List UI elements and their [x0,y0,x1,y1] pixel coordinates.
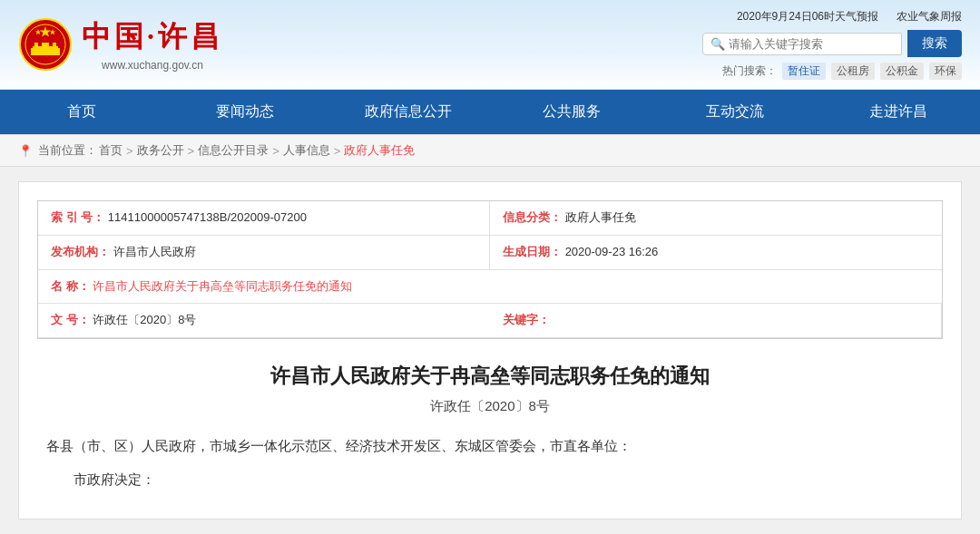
doc-title-section: 许昌市人民政府关于冉高垒等同志职务任免的通知 许政任〔2020〕8号 [37,361,943,415]
doc-title: 许昌市人民政府关于冉高垒等同志职务任免的通知 [37,361,943,391]
site-title: 中国·许昌 [82,17,223,57]
category-value: 政府人事任免 [565,210,636,224]
keywords-label: 关键字： [503,313,550,326]
breadcrumb-sep-3: > [272,144,279,158]
issuer-value: 许昌市人民政府 [113,245,196,258]
breadcrumb-current[interactable]: 政府人事任免 [344,142,415,159]
category-cell: 信息分类： 政府人事任免 [490,201,942,236]
doc-body: 各县（市、区）人民政府，市城乡一体化示范区、经济技术开发区、东城区管委会，市直各… [37,433,943,491]
hot-tag-1[interactable]: 公租房 [831,63,875,80]
location-icon: 📍 [18,144,33,158]
docnum-cell: 文 号： 许政任〔2020〕8号 [38,304,490,338]
weather-links: 2020年9月24日06时天气预报 农业气象周报 [737,9,962,24]
logo-text-area: 中国·许昌 www.xuchang.gov.cn [82,17,223,72]
keywords-cell: 关键字： [490,304,942,338]
reference-cell: 索 引 号： 11411000005747138B/202009-07200 [38,201,490,236]
hot-search-row: 热门搜索： 暂住证 公租房 公积金 环保 [722,63,962,80]
agriculture-weather-link[interactable]: 农业气象周报 [897,9,962,24]
svg-rect-6 [53,43,56,48]
hot-tag-2[interactable]: 公积金 [880,63,924,80]
hot-tag-3[interactable]: 环保 [929,63,962,80]
site-url: www.xuchang.gov.cn [102,59,203,72]
breadcrumb-info-catalog[interactable]: 信息公开目录 [198,142,269,159]
hot-tag-0[interactable]: 暂住证 [782,63,826,80]
category-label: 信息分类： [503,210,562,224]
nav-news[interactable]: 要闻动态 [163,90,327,134]
info-table: 索 引 号： 11411000005747138B/202009-07200 信… [37,200,943,339]
main-content: 索 引 号： 11411000005747138B/202009-07200 信… [18,181,962,519]
nav-home[interactable]: 首页 [0,90,163,134]
logo-area: 中国·许昌 www.xuchang.gov.cn [18,17,223,72]
breadcrumb-sep-2: > [188,144,195,158]
svg-rect-5 [42,43,49,48]
search-input[interactable] [729,37,894,51]
search-button[interactable]: 搜索 [907,30,962,57]
nav-about[interactable]: 走进许昌 [817,90,980,134]
header-right-area: 2020年9月24日06时天气预报 农业气象周报 🔍 搜索 热门搜索： 暂住证 … [702,9,962,80]
page-header: 中国·许昌 www.xuchang.gov.cn 2020年9月24日06时天气… [0,0,980,90]
breadcrumb-gov-open[interactable]: 政务公开 [137,142,184,159]
doc-body-line1: 各县（市、区）人民政府，市城乡一体化示范区、经济技术开发区、东城区管委会，市直各… [46,433,934,458]
search-row: 🔍 搜索 [702,30,962,57]
weather-forecast-link[interactable]: 2020年9月24日06时天气预报 [737,9,878,24]
search-input-wrap: 🔍 [702,33,902,55]
breadcrumb: 📍 当前位置： 首页 > 政务公开 > 信息公开目录 > 人事信息 > 政府人事… [0,134,980,167]
docnum-label: 文 号： [51,313,90,326]
date-value: 2020-09-23 16:26 [565,245,659,258]
reference-value: 11411000005747138B/202009-07200 [108,210,307,224]
reference-label: 索 引 号： [51,210,104,224]
hot-search-label: 热门搜索： [722,63,777,79]
breadcrumb-label: 当前位置： [38,142,97,159]
main-nav: 首页 要闻动态 政府信息公开 公共服务 互动交流 走进许昌 [0,90,980,134]
issuer-label: 发布机构： [51,245,110,258]
breadcrumb-home[interactable]: 首页 [99,142,122,159]
doc-number: 许政任〔2020〕8号 [37,398,943,415]
date-label: 生成日期： [503,245,562,258]
date-cell: 生成日期： 2020-09-23 16:26 [490,236,942,270]
name-cell: 名 称： 许昌市人民政府关于冉高垒等同志职务任免的通知 [38,270,942,305]
logo-emblem-icon [18,17,73,72]
doc-body-line2: 市政府决定： [46,467,934,491]
breadcrumb-sep-1: > [126,144,133,158]
name-value[interactable]: 许昌市人民政府关于冉高垒等同志职务任免的通知 [93,279,352,293]
issuer-cell: 发布机构： 许昌市人民政府 [38,236,490,270]
nav-services[interactable]: 公共服务 [490,90,653,134]
docnum-value: 许政任〔2020〕8号 [93,313,196,326]
name-label: 名 称： [51,279,90,293]
breadcrumb-personnel[interactable]: 人事信息 [283,142,330,159]
search-icon: 🔍 [710,37,725,51]
breadcrumb-sep-4: > [334,144,341,158]
svg-rect-4 [34,43,38,48]
nav-gov-info[interactable]: 政府信息公开 [327,90,490,134]
nav-interaction[interactable]: 互动交流 [653,90,817,134]
